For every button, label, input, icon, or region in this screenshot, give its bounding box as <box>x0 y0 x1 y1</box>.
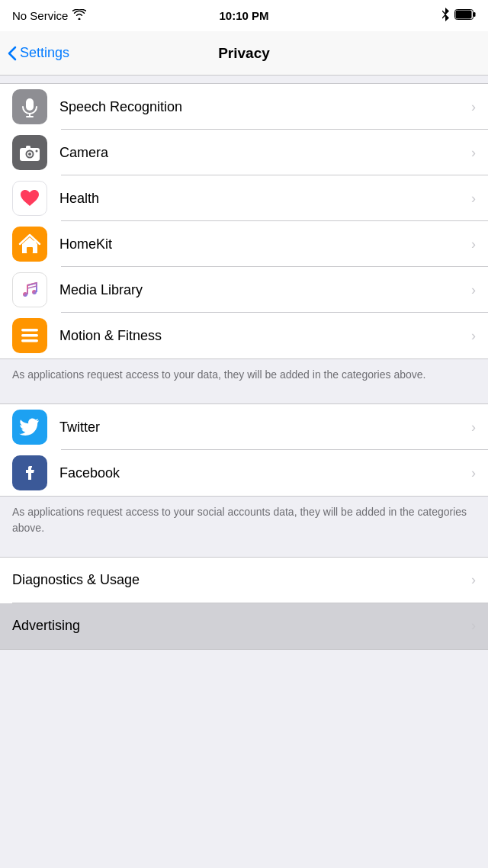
facebook-label: Facebook <box>59 465 465 481</box>
diagnostics-chevron: › <box>471 572 476 588</box>
speech-recognition-row[interactable]: Speech Recognition › <box>0 84 488 130</box>
svg-rect-1 <box>456 11 472 19</box>
speech-recognition-label: Speech Recognition <box>59 99 465 115</box>
motion-fitness-icon <box>12 318 47 353</box>
facebook-row[interactable]: Facebook › <box>0 450 488 496</box>
nav-bar: Settings Privacy <box>0 31 488 76</box>
status-bar: No Service 10:10 PM <box>0 0 488 31</box>
motion-fitness-row[interactable]: Motion & Fitness › <box>0 313 488 358</box>
social-footer: As applications request access to your s… <box>0 497 488 549</box>
svg-point-13 <box>33 241 37 245</box>
media-library-chevron: › <box>471 282 476 298</box>
advertising-label: Advertising <box>12 618 465 634</box>
no-service-label: No Service <box>12 9 68 22</box>
privacy-footer: As applications request access to your d… <box>0 359 488 396</box>
media-library-label: Media Library <box>59 282 465 298</box>
media-library-icon <box>12 272 47 307</box>
health-label: Health <box>59 191 465 207</box>
svg-point-11 <box>36 150 38 153</box>
motion-fitness-chevron: › <box>471 328 476 344</box>
twitter-chevron: › <box>471 420 476 436</box>
media-library-row[interactable]: Media Library › <box>0 267 488 313</box>
svg-rect-12 <box>27 247 33 253</box>
status-left: No Service <box>12 9 86 22</box>
diagnostics-row[interactable]: Diagnostics & Usage › <box>0 558 488 603</box>
facebook-chevron: › <box>471 465 476 481</box>
homekit-label: HomeKit <box>59 236 465 252</box>
twitter-label: Twitter <box>59 420 465 436</box>
facebook-icon <box>12 455 47 490</box>
svg-rect-14 <box>21 329 38 332</box>
camera-chevron: › <box>471 145 476 161</box>
svg-rect-3 <box>26 98 34 111</box>
camera-row[interactable]: Camera › <box>0 130 488 175</box>
homekit-chevron: › <box>471 236 476 252</box>
diagnostics-list: Diagnostics & Usage › Advertising › <box>0 557 488 650</box>
svg-rect-10 <box>26 146 30 149</box>
page-title: Privacy <box>218 45 270 62</box>
bluetooth-icon <box>441 8 450 24</box>
health-chevron: › <box>471 191 476 207</box>
camera-icon <box>12 135 47 170</box>
camera-label: Camera <box>59 145 465 161</box>
svg-rect-16 <box>21 339 38 342</box>
diagnostics-label: Diagnostics & Usage <box>12 572 465 588</box>
twitter-row[interactable]: Twitter › <box>0 404 488 450</box>
back-label: Settings <box>20 45 69 61</box>
svg-rect-2 <box>474 12 476 17</box>
speech-recognition-chevron: › <box>471 99 476 115</box>
health-row[interactable]: Health › <box>0 175 488 221</box>
status-time: 10:10 PM <box>219 9 268 22</box>
wifi-icon <box>72 9 86 22</box>
battery-icon <box>454 9 476 22</box>
social-list: Twitter › Facebook › <box>0 403 488 497</box>
speech-recognition-icon <box>12 89 47 124</box>
health-icon <box>12 181 47 216</box>
back-button[interactable]: Settings <box>8 45 69 61</box>
svg-rect-15 <box>21 334 38 337</box>
homekit-icon <box>12 227 47 262</box>
homekit-row[interactable]: HomeKit › <box>0 221 488 267</box>
motion-fitness-label: Motion & Fitness <box>59 328 465 344</box>
twitter-icon <box>12 410 47 445</box>
privacy-list: Speech Recognition › Camera › Health › <box>0 83 488 359</box>
advertising-row[interactable]: Advertising › <box>0 603 488 649</box>
status-right <box>441 8 476 24</box>
advertising-chevron: › <box>471 618 476 634</box>
svg-point-9 <box>28 153 31 156</box>
